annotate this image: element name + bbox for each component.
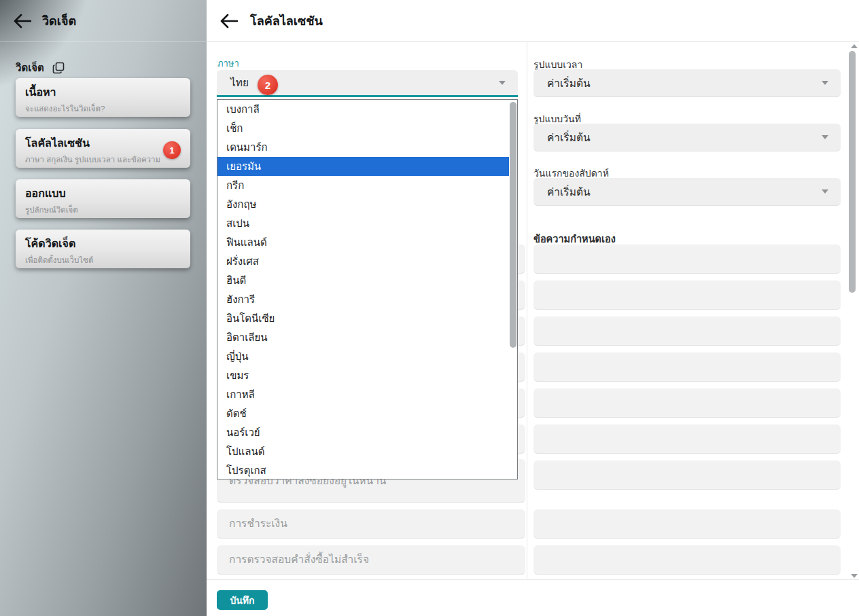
right-custom-field-6[interactable]: [533, 424, 841, 454]
order-check-failed-field[interactable]: [217, 545, 525, 575]
save-button[interactable]: บันทึก: [217, 590, 268, 610]
payment-field[interactable]: [217, 509, 525, 539]
language-option[interactable]: ดัตช์: [217, 404, 517, 423]
sidebar-item-content[interactable]: เนื้อหา จะแสดงอะไรในวิดเจ็ต?: [16, 78, 190, 117]
right-custom-field-5[interactable]: [533, 388, 841, 418]
date-format-value: ค่าเริ่มต้น: [533, 129, 591, 146]
language-option[interactable]: ญี่ปุ่น: [217, 347, 517, 366]
time-format-select[interactable]: ค่าเริ่มต้น: [533, 69, 841, 97]
scrollbar-down-arrow-icon[interactable]: [851, 574, 858, 578]
language-option[interactable]: โปรตุเกส: [217, 461, 517, 479]
language-option[interactable]: ฝรั่งเศส: [217, 252, 517, 271]
card-subtitle: รูปลักษณ์วิดเจ็ต: [25, 204, 181, 216]
language-option[interactable]: อังกฤษ: [217, 195, 517, 214]
card-subtitle: เพื่อติดตั้งบนเว็บไซต์: [25, 254, 181, 266]
language-option[interactable]: ฮังการี: [217, 290, 517, 309]
card-subtitle: จะแสดงอะไรในวิดเจ็ต?: [25, 103, 181, 115]
language-option[interactable]: อิตาเลียน: [217, 328, 517, 347]
language-option[interactable]: เดนมาร์ก: [217, 138, 517, 157]
right-custom-field-9[interactable]: [533, 545, 841, 575]
sidebar-back-arrow-icon[interactable]: [14, 14, 31, 29]
card-title: ออกแบบ: [25, 185, 181, 202]
main-back-arrow-icon[interactable]: [220, 14, 238, 29]
first-day-of-week-value: ค่าเริ่มต้น: [533, 183, 591, 200]
date-format-select[interactable]: ค่าเริ่มต้น: [533, 124, 841, 151]
language-count-badge: 2: [258, 75, 278, 95]
card-title: โลคัลไลเซชัน: [25, 134, 181, 151]
language-selected-value: ไทย: [217, 74, 249, 91]
language-option[interactable]: เขมร: [217, 366, 517, 385]
right-custom-field-8[interactable]: [533, 509, 841, 539]
sidebar-item-widget-code[interactable]: โค้ดวิดเจ็ต เพื่อติดตั้งบนเว็บไซต์: [16, 230, 190, 268]
language-option[interactable]: อินโดนีเซีย: [217, 309, 517, 328]
main-header: โลคัลไลเซชัน: [207, 0, 859, 42]
language-option[interactable]: นอร์เวย์: [217, 423, 517, 442]
widget-settings-app: วิดเจ็ต วิดเจ็ต เนื้อหา จะแสดงอะไรในวิดเ…: [0, 0, 859, 616]
sidebar-item-design[interactable]: ออกแบบ รูปลักษณ์วิดเจ็ต: [16, 179, 190, 218]
language-option[interactable]: โปแลนด์: [217, 442, 517, 461]
card-title: โค้ดวิดเจ็ต: [25, 235, 181, 252]
save-bar: บันทึก: [207, 579, 859, 616]
language-option[interactable]: เบงกาลี: [217, 100, 517, 119]
sidebar-title: วิดเจ็ต: [42, 11, 76, 31]
sidebar-header: วิดเจ็ต: [0, 0, 207, 42]
card-subtitle: ภาษา สกุลเงิน รูปแบบเวลา และข้อความ: [25, 153, 181, 166]
column-divider: [527, 42, 527, 579]
language-option[interactable]: ฮินดี: [217, 271, 517, 290]
time-format-value: ค่าเริ่มต้น: [533, 75, 591, 92]
copy-icon[interactable]: [52, 62, 65, 74]
sidebar: วิดเจ็ต วิดเจ็ต เนื้อหา จะแสดงอะไรในวิดเ…: [0, 0, 207, 616]
right-custom-field-2[interactable]: [533, 280, 841, 310]
chevron-down-icon: [822, 81, 828, 85]
language-option-highlighted[interactable]: เยอรมัน: [217, 157, 509, 176]
language-option[interactable]: เช็ก: [217, 119, 517, 138]
language-dropdown-list: เบงกาลี เช็ก เดนมาร์ก เยอรมัน กรีก อังกฤ…: [217, 99, 518, 479]
chevron-down-icon: [822, 189, 828, 194]
right-custom-field-3[interactable]: [533, 316, 841, 346]
language-option[interactable]: เกาหลี: [217, 385, 517, 404]
first-day-of-week-select[interactable]: ค่าเริ่มต้น: [533, 178, 841, 206]
widget-section-row: วิดเจ็ต: [16, 60, 65, 76]
language-option[interactable]: กรีก: [217, 176, 517, 195]
right-custom-field-1[interactable]: [533, 244, 841, 274]
scrollbar-thumb[interactable]: [849, 51, 856, 293]
chevron-down-icon: [499, 81, 506, 85]
language-option[interactable]: ฟินแลนด์: [217, 233, 517, 252]
page-title: โลคัลไลเซชัน: [250, 11, 323, 31]
language-option[interactable]: สเปน: [217, 214, 517, 233]
right-custom-field-7[interactable]: [533, 460, 841, 490]
language-label: ภาษา: [217, 56, 239, 71]
card-title: เนื้อหา: [25, 84, 181, 101]
right-custom-field-4[interactable]: [533, 352, 841, 382]
widget-section-label: วิดเจ็ต: [16, 60, 44, 76]
chevron-down-icon: [822, 135, 828, 139]
scrollbar-up-arrow-icon[interactable]: [851, 44, 858, 48]
dropdown-scrollbar-thumb[interactable]: [510, 102, 516, 348]
localization-count-badge: 1: [163, 141, 181, 159]
